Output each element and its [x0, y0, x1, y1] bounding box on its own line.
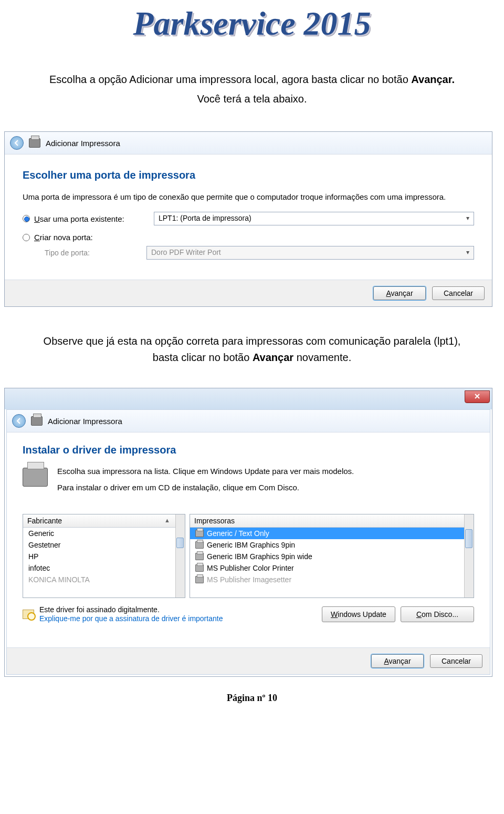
- dialog-inner: Adicionar Impressora Instalar o driver d…: [6, 409, 490, 675]
- intro-line-2: Você terá a tela abaixo.: [9, 93, 495, 105]
- cancel-button[interactable]: Cancelar: [432, 286, 485, 300]
- col-printer-label: Impressoras: [194, 517, 235, 525]
- mid-line-2: basta clicar no botão Avançar novamente.: [7, 352, 497, 364]
- option-existing-port-row: Usar uma porta existente: LPT1: (Porta d…: [23, 212, 474, 225]
- signature-row: Este driver foi assinado digitalmente. E…: [23, 605, 474, 623]
- add-printer-dialog-port: Adicionar Impressora Escolher uma porta …: [4, 131, 492, 307]
- certificate-icon: [23, 610, 34, 619]
- item-label: MS Publisher Imagesetter: [207, 575, 291, 584]
- radio-existing-port[interactable]: [23, 215, 30, 222]
- dialog-body: Escolher uma porta de impressora Uma por…: [5, 154, 492, 280]
- printer-items: Generic / Text Only Generic IBM Graphics…: [190, 528, 474, 585]
- description-row: Escolha sua impressora na lista. Clique …: [23, 467, 474, 499]
- port-type-label: Tipo de porta:: [45, 249, 142, 257]
- signature-buttons: Windows Update Com Disco...: [322, 606, 474, 622]
- list-item[interactable]: Generic / Text Only: [190, 528, 474, 539]
- scrollbar[interactable]: [464, 514, 474, 597]
- scroll-thumb[interactable]: [176, 538, 184, 548]
- option-new-port-row: Criar nova porta:: [23, 233, 474, 242]
- list-item[interactable]: infotec: [23, 562, 185, 574]
- item-label: Generic IBM Graphics 9pin wide: [207, 552, 312, 561]
- add-printer-dialog-driver: Adicionar Impressora Instalar o driver d…: [4, 388, 492, 677]
- list-item[interactable]: Generic: [23, 528, 185, 539]
- list-item[interactable]: Generic IBM Graphics 9pin wide: [190, 551, 474, 562]
- col-maker-label: Fabricante: [27, 517, 62, 525]
- title-bar: [5, 388, 492, 409]
- radio-new-port[interactable]: [23, 234, 30, 241]
- signed-text: Este driver foi assinado digitalmente.: [39, 605, 317, 614]
- intro-line-1: Escolha a opção Adicionar uma impressora…: [9, 71, 495, 88]
- port-type-dropdown: Doro PDF Writer Port: [146, 246, 474, 260]
- back-button[interactable]: [12, 414, 26, 428]
- list-item[interactable]: Generic IBM Graphics 9pin: [190, 539, 474, 551]
- section-title: Instalar o driver de impressora: [23, 444, 474, 456]
- intro-text-b: Avançar.: [411, 74, 455, 85]
- manufacturer-list[interactable]: Fabricante ▲ Generic Gestetner HP infote…: [23, 514, 185, 598]
- arrow-left-icon: [15, 417, 23, 425]
- printer-list[interactable]: Impressoras Generic / Text Only Generic …: [190, 514, 474, 598]
- printer-item-icon: [195, 541, 204, 549]
- printer-icon: [29, 138, 40, 148]
- printer-item-icon: [195, 576, 204, 583]
- section-description: Uma porta de impressora é um tipo de con…: [23, 192, 474, 202]
- dialog-footer: Avançar Cancelar: [5, 280, 492, 306]
- have-disk-button[interactable]: Com Disco...: [401, 606, 474, 622]
- scroll-thumb[interactable]: [465, 529, 472, 548]
- item-label: Generic IBM Graphics 9pin: [207, 541, 295, 549]
- mid-line-1: Observe que já esta na opção correta par…: [7, 333, 497, 349]
- windows-update-button[interactable]: Windows Update: [322, 606, 395, 622]
- close-icon: [474, 393, 480, 399]
- item-label: Generic / Text Only: [207, 529, 269, 538]
- arrow-left-icon: [13, 139, 20, 147]
- dialog-body: Instalar o driver de impressora Escolha …: [7, 432, 490, 647]
- radio-new-label: Criar nova porta:: [34, 233, 150, 242]
- dialog-header: Adicionar Impressora: [5, 132, 492, 154]
- desc-2: Para instalar o driver em um CD de insta…: [57, 483, 354, 492]
- radio-existing-label: Usar uma porta existente:: [34, 214, 150, 223]
- dialog-title: Adicionar Impressora: [48, 417, 122, 426]
- mid-text-c: novamente.: [293, 352, 351, 363]
- scrollbar[interactable]: [175, 514, 185, 597]
- printer-item-icon: [195, 564, 204, 572]
- list-header-printer[interactable]: Impressoras: [190, 514, 474, 528]
- existing-port-dropdown[interactable]: LPT1: (Porta de impressora): [154, 212, 474, 225]
- intro-text-a: Escolha a opção Adicionar uma impressora…: [49, 74, 411, 85]
- back-button[interactable]: [10, 136, 24, 150]
- lists-row: Fabricante ▲ Generic Gestetner HP infote…: [23, 514, 474, 598]
- mid-text-b: Avançar: [253, 352, 293, 363]
- list-item[interactable]: HP: [23, 551, 185, 562]
- printer-large-icon: [23, 468, 48, 487]
- printer-item-icon: [195, 553, 204, 560]
- list-item[interactable]: Gestetner: [23, 539, 185, 551]
- printer-icon: [31, 416, 43, 426]
- port-type-row: Tipo de porta: Doro PDF Writer Port: [23, 246, 474, 260]
- dialog-footer: Avançar Cancelar: [7, 647, 490, 674]
- list-header-maker[interactable]: Fabricante ▲: [23, 514, 185, 528]
- next-button[interactable]: Avançar: [373, 286, 426, 300]
- list-item[interactable]: MS Publisher Imagesetter: [190, 574, 474, 585]
- section-title: Escolher uma porta de impressora: [23, 169, 474, 181]
- mid-text-a: basta clicar no botão: [153, 352, 253, 363]
- sort-icon: ▲: [164, 517, 170, 523]
- desc-1: Escolha sua impressora na lista. Clique …: [57, 467, 354, 476]
- signature-text-col: Este driver foi assinado digitalmente. E…: [39, 605, 317, 623]
- dialog-header: Adicionar Impressora: [7, 410, 490, 432]
- list-item[interactable]: MS Publisher Color Printer: [190, 562, 474, 574]
- next-button[interactable]: Avançar: [371, 654, 424, 668]
- maker-items: Generic Gestetner HP infotec KONICA MINO…: [23, 528, 185, 585]
- signature-link[interactable]: Explique-me por que a assinatura de driv…: [39, 614, 223, 623]
- list-item[interactable]: KONICA MINOLTA: [23, 574, 185, 585]
- printer-item-icon: [195, 530, 204, 537]
- page-number: Página nº 10: [0, 693, 504, 704]
- close-button[interactable]: [465, 390, 490, 403]
- page-title: Parkservice 2015: [0, 4, 504, 43]
- cancel-button[interactable]: Cancelar: [430, 654, 482, 668]
- item-label: MS Publisher Color Printer: [207, 564, 294, 572]
- dialog-title: Adicionar Impressora: [46, 139, 120, 148]
